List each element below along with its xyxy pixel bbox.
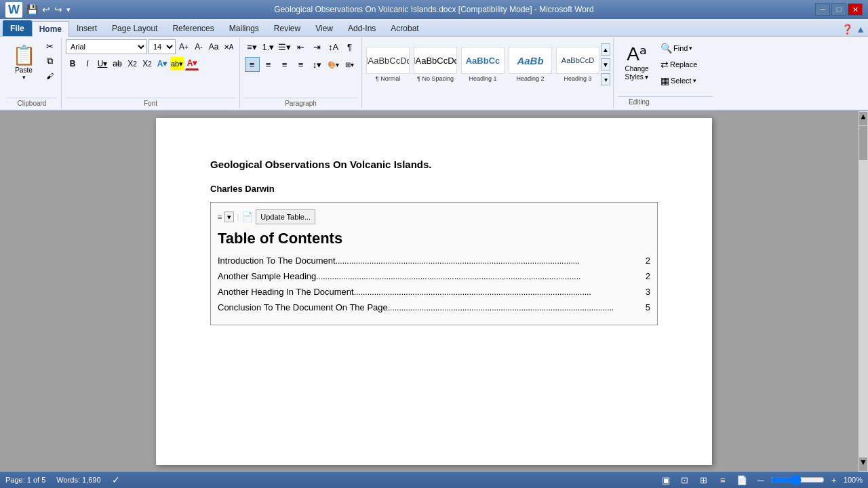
- superscript-button[interactable]: X2: [140, 57, 154, 70]
- save-qa-btn[interactable]: 💾: [26, 4, 38, 15]
- paste-button[interactable]: 📋 Paste ▾: [7, 39, 41, 85]
- scroll-thumb[interactable]: [859, 126, 867, 160]
- text-highlight-btn[interactable]: ab▾: [170, 57, 184, 70]
- zoom-in-btn[interactable]: +: [827, 474, 841, 486]
- ribbon-minimize-btn[interactable]: ▲: [856, 24, 865, 35]
- customize-qa-btn[interactable]: ▾: [66, 5, 71, 14]
- paste-dropdown-arrow[interactable]: ▾: [22, 74, 26, 81]
- normal-style-item[interactable]: ¶ AaBbCcDd ¶ Normal: [365, 43, 411, 91]
- toc-entry-2[interactable]: Another Sample Heading .................…: [218, 271, 650, 281]
- heading3-preview: AaBbCcD: [556, 47, 599, 74]
- no-spacing-preview: ¶ AaBbCcDd: [414, 47, 457, 74]
- undo-qa-btn[interactable]: ↩: [42, 4, 50, 15]
- toc-entry-1[interactable]: Introduction To The Document ...........…: [218, 256, 650, 266]
- subscript-button[interactable]: X2: [125, 57, 139, 70]
- change-styles-btn[interactable]: Aᵃ ChangeStyles ▾: [618, 41, 656, 95]
- italic-button[interactable]: I: [81, 57, 94, 70]
- align-center-btn[interactable]: ≡: [261, 57, 276, 72]
- replace-btn[interactable]: ⇄ Replace: [658, 57, 713, 72]
- outline-btn[interactable]: ≡: [716, 474, 730, 486]
- print-layout-btn[interactable]: ▣: [659, 474, 673, 486]
- close-btn[interactable]: ✕: [848, 3, 863, 16]
- font-name-select[interactable]: Arial: [66, 39, 147, 54]
- font-color-btn[interactable]: A▾: [185, 57, 199, 70]
- editing-area: 🔍 Find ▾ ⇄ Replace ▦ Select ▾: [658, 41, 713, 95]
- toc-popup: ≡ ▾ | 📄 Update Table... Table of Content…: [210, 202, 658, 325]
- scroll-down-arrow[interactable]: ▼: [859, 458, 867, 471]
- heading1-style-item[interactable]: AaBbCc Heading 1: [460, 43, 506, 91]
- decrease-indent-btn[interactable]: ⇤: [294, 39, 309, 54]
- bold-button[interactable]: B: [66, 57, 79, 70]
- select-label: Select: [671, 77, 692, 85]
- copy-button[interactable]: ⧉: [42, 54, 57, 68]
- multilevel-btn[interactable]: ☰▾: [277, 39, 292, 54]
- help-btn[interactable]: ❓: [842, 24, 853, 35]
- zoom-slider[interactable]: [770, 474, 825, 485]
- increase-indent-btn[interactable]: ⇥: [310, 39, 325, 54]
- increase-font-btn[interactable]: A+: [177, 40, 191, 54]
- justify-btn[interactable]: ≡: [294, 57, 309, 72]
- tab-acrobat[interactable]: Acrobat: [383, 20, 426, 36]
- format-painter-button[interactable]: 🖌: [42, 69, 57, 83]
- draft-btn[interactable]: 📄: [735, 474, 749, 486]
- strikethrough-button[interactable]: ab: [111, 57, 124, 70]
- heading3-style-item[interactable]: AaBbCcD Heading 3: [555, 43, 601, 91]
- toc-dropdown-arrow[interactable]: ▾: [224, 211, 234, 222]
- tab-insert[interactable]: Insert: [69, 20, 104, 36]
- no-spacing-style-item[interactable]: ¶ AaBbCcDd ¶ No Spacing: [412, 43, 458, 91]
- line-spacing-btn[interactable]: ↕▾: [310, 57, 325, 72]
- toc-entry-4[interactable]: Conclusion To The Document On The Page .…: [218, 302, 650, 312]
- tab-file[interactable]: File: [3, 20, 32, 36]
- borders-btn[interactable]: ⊞▾: [342, 57, 357, 72]
- cut-button[interactable]: ✂: [42, 39, 57, 53]
- right-ribbon-area: Aᵃ ChangeStyles ▾ 🔍 Find ▾ ⇄ Replace ▦ S…: [614, 38, 717, 108]
- scroll-up-arrow[interactable]: ▲: [859, 112, 867, 125]
- toc-heading[interactable]: Table of Contents: [218, 230, 650, 247]
- tab-mailings[interactable]: Mailings: [222, 20, 267, 36]
- styles-group: ¶ AaBbCcDd ¶ Normal ¶ AaBbCcDd ¶ No Spac…: [362, 38, 614, 108]
- tab-home[interactable]: Home: [32, 21, 69, 37]
- sort-btn[interactable]: ↕A: [326, 39, 341, 54]
- restore-btn[interactable]: □: [831, 3, 846, 16]
- find-arrow: ▾: [689, 45, 692, 52]
- tab-view[interactable]: View: [308, 20, 340, 36]
- clipboard-content: 📋 Paste ▾ ✂ ⧉ 🖌: [7, 39, 57, 96]
- decrease-font-btn[interactable]: A-: [192, 40, 205, 54]
- underline-button[interactable]: U▾: [96, 57, 109, 70]
- spell-check-icon[interactable]: ✓: [112, 474, 120, 485]
- update-table-btn[interactable]: Update Table...: [256, 209, 315, 224]
- clear-format-btn[interactable]: ✕A: [222, 40, 235, 54]
- heading2-style-item[interactable]: AaBb Heading 2: [507, 43, 553, 91]
- tab-page-layout[interactable]: Page Layout: [104, 20, 165, 36]
- text-effects-btn[interactable]: A▾: [155, 57, 169, 70]
- zoom-out-btn[interactable]: ─: [754, 474, 768, 486]
- styles-scroll-down[interactable]: ▼: [601, 58, 610, 70]
- toc-icon: 📄: [241, 211, 253, 222]
- styles-scroll-up[interactable]: ▲: [601, 43, 610, 56]
- numbering-btn[interactable]: 1.▾: [261, 39, 276, 54]
- change-case-btn[interactable]: Aa: [207, 40, 220, 54]
- paragraph-label: Paragraph: [244, 98, 357, 107]
- right-scrollbar[interactable]: ▲ ▼: [859, 111, 868, 472]
- tab-review[interactable]: Review: [267, 20, 308, 36]
- font-label: Font: [66, 98, 235, 107]
- align-left-btn[interactable]: ≡: [245, 57, 260, 72]
- select-btn[interactable]: ▦ Select ▾: [658, 73, 713, 88]
- web-layout-btn[interactable]: ⊞: [697, 474, 711, 486]
- tab-references[interactable]: References: [165, 20, 221, 36]
- toc-entry-3[interactable]: Another Heading In The Document ........…: [218, 287, 650, 297]
- show-hide-btn[interactable]: ¶: [342, 39, 357, 54]
- shading-btn[interactable]: 🎨▾: [326, 57, 341, 72]
- align-right-btn[interactable]: ≡: [277, 57, 292, 72]
- tab-add-ins[interactable]: Add-Ins: [340, 20, 383, 36]
- word-icon: W: [5, 2, 22, 18]
- bullets-btn[interactable]: ≡▾: [245, 39, 260, 54]
- full-reading-btn[interactable]: ⊡: [678, 474, 692, 486]
- redo-qa-btn[interactable]: ↪: [54, 4, 62, 15]
- find-btn[interactable]: 🔍 Find ▾: [658, 41, 713, 56]
- heading3-label: Heading 3: [564, 75, 591, 82]
- toc-page-2: 2: [646, 271, 650, 281]
- minimize-btn[interactable]: ─: [815, 3, 830, 16]
- font-size-select[interactable]: 14: [149, 39, 176, 54]
- styles-expand[interactable]: ▾: [601, 73, 610, 85]
